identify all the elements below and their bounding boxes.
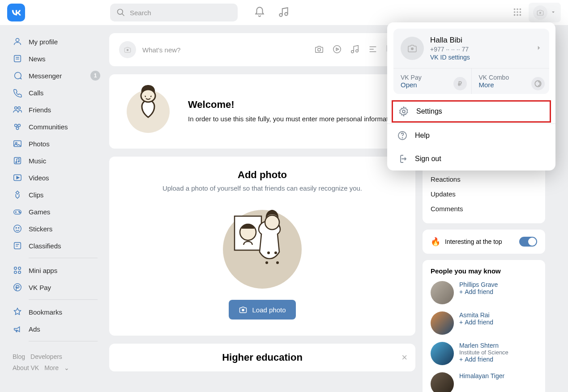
education-card: × Higher education xyxy=(109,344,415,371)
sidebar-item-ads[interactable]: Ads xyxy=(8,320,102,337)
search-input[interactable]: Search xyxy=(110,4,238,21)
vk-logo[interactable] xyxy=(7,4,25,21)
person-avatar[interactable] xyxy=(431,342,454,365)
interesting-label: Interesting at the top xyxy=(445,238,502,245)
sidebar-item-label: Calls xyxy=(29,89,43,97)
add-friend-button[interactable]: + Add friend xyxy=(459,319,493,326)
footer-about[interactable]: About VK xyxy=(13,364,39,371)
footer-developers[interactable]: Developers xyxy=(30,353,62,360)
notifications-icon[interactable] xyxy=(254,6,265,19)
sidebar-item-miniapps[interactable]: Mini apps xyxy=(8,262,102,279)
svg-point-27 xyxy=(18,161,19,162)
sidebar-item-stickers[interactable]: Stickers xyxy=(8,220,102,237)
svg-point-34 xyxy=(14,225,21,233)
footer-more[interactable]: More xyxy=(44,364,59,371)
help-label: Help xyxy=(415,132,430,140)
camera-icon[interactable] xyxy=(314,44,324,55)
profile-dropdown: Halla Bibi +977 ·· ·· ·· 77 VK ID settin… xyxy=(387,22,555,170)
sidebar-item-label: Stickers xyxy=(29,225,52,233)
welcome-body: In order to use this site fully, you mus… xyxy=(188,114,399,124)
sidebar-item-profile[interactable]: My profile xyxy=(8,33,102,50)
footer-blog[interactable]: Blog xyxy=(13,353,25,360)
sidebar-item-label: Videos xyxy=(29,174,49,182)
load-photo-label: Load photo xyxy=(252,306,286,314)
music-icon[interactable] xyxy=(278,6,290,19)
sidebar-item-classifieds[interactable]: Classifieds xyxy=(8,237,102,254)
sidebar-item-news[interactable]: News xyxy=(8,50,102,67)
svg-point-13 xyxy=(539,12,542,14)
tab-reactions[interactable]: Reactions xyxy=(431,172,537,187)
dropdown-settings[interactable]: Settings xyxy=(392,100,551,123)
sidebar-item-music[interactable]: Music xyxy=(8,152,102,169)
person-name[interactable]: Asmita Rai xyxy=(459,311,493,319)
welcome-card: Welcome! In order to use this site fully… xyxy=(109,74,415,149)
article-icon[interactable] xyxy=(368,44,378,55)
tab-updates[interactable]: Updates xyxy=(431,187,537,201)
sidebar-item-videos[interactable]: Videos xyxy=(8,169,102,186)
svg-point-48 xyxy=(351,50,354,53)
add-friend-button[interactable]: + Add friend xyxy=(459,288,498,295)
svg-point-2 xyxy=(279,13,282,17)
video-icon[interactable] xyxy=(332,44,342,55)
svg-rect-37 xyxy=(14,243,21,249)
sidebar-item-calls[interactable]: Calls xyxy=(8,84,102,101)
svg-point-19 xyxy=(18,107,20,110)
svg-point-45 xyxy=(127,49,129,51)
load-photo-button[interactable]: Load photo xyxy=(229,300,295,320)
profile-menu-button[interactable] xyxy=(529,3,561,22)
sidebar-item-label: Messenger xyxy=(29,72,62,80)
combo-icon xyxy=(531,77,545,90)
svg-point-4 xyxy=(514,8,516,10)
dropdown-profile-header[interactable]: Halla Bibi +977 ·· ·· ·· 77 VK ID settin… xyxy=(393,29,549,68)
svg-point-18 xyxy=(15,107,17,110)
dropdown-help[interactable]: Help xyxy=(387,124,555,147)
person-name[interactable]: Himalayan Tiger xyxy=(459,372,504,379)
person-name[interactable]: Phillips Grave xyxy=(459,281,498,288)
add-photo-subtitle: Upload a photo of yourself so that frien… xyxy=(119,184,406,192)
music-icon[interactable] xyxy=(350,44,360,55)
svg-point-6 xyxy=(520,8,521,10)
svg-point-66 xyxy=(402,110,405,113)
svg-point-32 xyxy=(19,211,20,212)
education-title: Higher education xyxy=(119,352,406,363)
sidebar-item-bookmarks[interactable]: Bookmarks xyxy=(8,303,102,320)
sidebar-item-messenger[interactable]: Messenger1 xyxy=(8,67,102,84)
sidebar-item-label: VK Pay xyxy=(29,284,51,291)
dropdown-signout[interactable]: Sign out xyxy=(387,147,555,170)
person-row: Phillips Grave+ Add friend xyxy=(431,281,537,304)
sidebar-item-friends[interactable]: Friends xyxy=(8,101,102,118)
svg-point-42 xyxy=(14,271,17,274)
tab-comments[interactable]: Comments xyxy=(431,201,537,216)
svg-point-47 xyxy=(333,45,341,53)
svg-point-10 xyxy=(514,14,516,16)
sidebar-item-communities[interactable]: Communities xyxy=(8,118,102,135)
add-friend-button[interactable]: + Add friend xyxy=(459,356,508,363)
sidebar-item-photos[interactable]: Photos xyxy=(8,135,102,152)
sidebar-item-label: Music xyxy=(29,157,46,165)
person-avatar[interactable] xyxy=(431,311,454,335)
svg-point-68 xyxy=(402,138,403,138)
dropdown-vkid-link[interactable]: VK ID settings xyxy=(430,54,470,61)
new-post-input[interactable]: What's new? xyxy=(142,46,314,54)
sidebar-item-vkpay[interactable]: VK Pay xyxy=(8,279,102,296)
dropdown-vkpay[interactable]: VK Pay Open ₽ xyxy=(393,68,472,94)
svg-point-58 xyxy=(265,215,279,230)
dropdown-vkcombo[interactable]: VK Combo More xyxy=(472,68,550,94)
person-avatar[interactable] xyxy=(431,372,454,392)
badge: 1 xyxy=(90,71,100,81)
sidebar-item-games[interactable]: Games xyxy=(8,203,102,220)
welcome-title: Welcome! xyxy=(188,99,399,111)
close-icon[interactable]: × xyxy=(401,352,407,363)
person-name[interactable]: Marlen Shtern xyxy=(459,342,508,349)
dropdown-phone: +977 ·· ·· ·· 77 xyxy=(430,46,470,53)
interesting-toggle-card: 🔥 Interesting at the top xyxy=(423,230,545,254)
sidebar-item-clips[interactable]: Clips xyxy=(8,186,102,203)
interesting-toggle[interactable] xyxy=(519,237,537,247)
sidebar-item-label: Ads xyxy=(29,325,40,333)
svg-point-43 xyxy=(18,271,21,274)
person-row: Asmita Rai+ Add friend xyxy=(431,311,537,335)
person-avatar[interactable] xyxy=(431,281,454,304)
main-content: What's new? | xyxy=(102,25,415,392)
people-you-may-know: People you may know Phillips Grave+ Add … xyxy=(423,260,545,392)
apps-grid-icon[interactable] xyxy=(512,7,522,18)
